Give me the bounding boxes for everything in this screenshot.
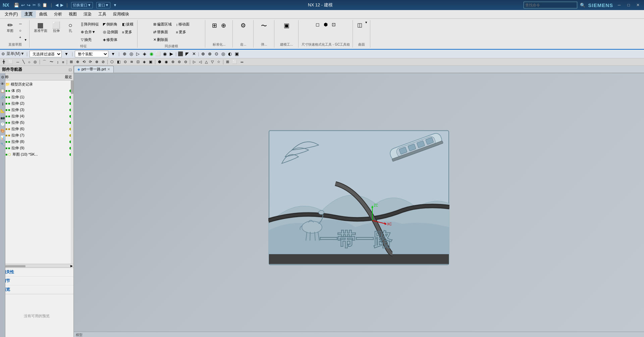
menu-analysis[interactable]: 分析 xyxy=(51,11,65,18)
nav-item-extrude1[interactable]: ■ ■ 拉伸 (1) xyxy=(0,94,73,100)
lv-assembly-icon[interactable]: 🔗 xyxy=(0,95,5,100)
lv-settings-icon[interactable]: ⚙ xyxy=(0,74,5,80)
scope-select[interactable]: 整个装配 xyxy=(75,51,108,57)
t2-btn-7[interactable]: ⌒ xyxy=(41,59,48,65)
cmd-icon-4[interactable]: ◈ xyxy=(142,51,148,57)
redo-icon[interactable]: ↪ xyxy=(27,3,31,8)
cmd-icon-1[interactable]: ⊕ xyxy=(121,51,127,57)
sketch-button[interactable]: ✏ 草图 xyxy=(3,21,17,34)
nav-hscroll[interactable]: ◀ ▶ xyxy=(0,264,73,268)
navigator-close-icon[interactable]: □ xyxy=(69,67,71,72)
t2-btn-14[interactable]: ⟳ xyxy=(88,59,93,65)
hscroll-track[interactable] xyxy=(4,265,70,267)
scope-dropdown[interactable]: ▼ xyxy=(110,51,116,57)
t2-btn-13[interactable]: ⟲ xyxy=(81,59,87,65)
t2-btn-8[interactable]: 〜 xyxy=(48,59,55,65)
cmd-icon-11[interactable]: ✕ xyxy=(191,51,197,57)
t2-btn-9[interactable]: ↕ xyxy=(55,59,60,65)
search-input[interactable] xyxy=(524,2,577,8)
dim-btn2[interactable]: ⬢ xyxy=(322,21,329,28)
t2-btn-24[interactable]: ⬢ xyxy=(157,59,163,65)
t2-btn-33[interactable]: ☆ xyxy=(216,59,222,65)
t2-btn-2[interactable]: ⬜ xyxy=(7,59,14,65)
search-icon[interactable]: 🔍 xyxy=(580,3,585,8)
t2-btn-19[interactable]: ⊙ xyxy=(122,59,128,65)
cmd-icon-2[interactable]: ◎ xyxy=(128,51,134,57)
maximize-button[interactable]: □ xyxy=(625,2,632,8)
chamfer-button[interactable]: ◤倒斜角 xyxy=(101,21,120,28)
menu-tools[interactable]: 工具 xyxy=(95,11,110,18)
nav-item-extrude5[interactable]: ■ ■ 拉伸 (5) xyxy=(0,119,73,126)
offset-region-button[interactable]: ⊞偏置区域 xyxy=(152,21,173,28)
replace-face-button[interactable]: ⇄替换面 xyxy=(152,29,173,36)
lv-tool-icon[interactable]: 🔧 xyxy=(0,142,5,147)
cmd-icon-17[interactable]: ▣ xyxy=(234,51,240,57)
t2-btn-30[interactable]: ◁ xyxy=(198,59,203,65)
t2-btn-36[interactable]: ═ xyxy=(239,59,245,65)
options-dropdown[interactable]: ▼ xyxy=(113,3,117,7)
cmd-icon-9[interactable]: ⬛ xyxy=(177,51,183,57)
forward-icon[interactable]: ▶ xyxy=(60,3,63,7)
lv-color-icon[interactable]: 🎨 xyxy=(0,128,5,133)
cmd-icon-14[interactable]: ⊙ xyxy=(214,51,220,57)
lv-camera-icon[interactable]: 📷 xyxy=(0,115,5,120)
preview-section[interactable]: 预览 xyxy=(0,285,73,294)
nav-item-extrude9[interactable]: ■ ■ 拉伸 (9) xyxy=(0,145,73,151)
circle-button[interactable]: ○ xyxy=(17,27,23,34)
sketch-expand[interactable]: ▼ xyxy=(24,38,27,42)
nav-item-extrude4[interactable]: ■ ■ 拉伸 (4) xyxy=(0,113,73,119)
merge-button[interactable]: ⊕合并▼ xyxy=(79,29,101,36)
dim-btn3[interactable]: ⊡ xyxy=(330,21,337,28)
surface-btn[interactable]: ◫ xyxy=(356,21,364,29)
shell-button[interactable]: ▽抽壳 xyxy=(79,36,101,43)
t2-btn-20[interactable]: ≋ xyxy=(129,59,135,65)
t2-btn-31[interactable]: △ xyxy=(204,59,209,65)
viewport[interactable]: ◈ prt一带一路.prt ✕ xyxy=(74,66,644,337)
surface-expand[interactable]: ▼ xyxy=(365,21,368,24)
nav-item-extrude8[interactable]: ■ ■ 拉伸 (8) xyxy=(0,138,73,145)
menu-view[interactable]: 视图 xyxy=(65,11,80,18)
t2-btn-22[interactable]: ◈ xyxy=(142,59,147,65)
nav-vscroll-thumb[interactable] xyxy=(71,80,73,94)
filter-select[interactable]: 无选择过滤器 xyxy=(30,51,62,57)
correlation-section[interactable]: 相关性 xyxy=(0,268,73,277)
nav-item-sketch10[interactable]: ■ ⬡ 草图 (10) *SK... xyxy=(0,151,73,158)
switch-window-btn[interactable]: 切换窗口▼ xyxy=(71,2,93,8)
viewport-tab-prt[interactable]: ◈ prt一带一路.prt ✕ xyxy=(74,66,114,73)
menu-modules[interactable]: 应用模块 xyxy=(110,11,132,18)
t2-btn-12[interactable]: ⊕ xyxy=(75,59,80,65)
t2-btn-11[interactable]: ⊞ xyxy=(68,59,74,65)
cmd-icon-10[interactable]: ◤ xyxy=(184,51,190,57)
minimize-button[interactable]: ─ xyxy=(616,2,623,8)
t2-btn-29[interactable]: ▷ xyxy=(192,59,197,65)
lv-info-icon[interactable]: ℹ xyxy=(0,101,5,107)
t2-btn-17[interactable]: ⬡ xyxy=(109,59,115,65)
cmd-icon-13[interactable]: ⊗ xyxy=(207,51,213,57)
model-btn[interactable]: ▣ xyxy=(282,21,291,30)
t2-btn-27[interactable]: ⊜ xyxy=(176,59,182,65)
t2-btn-34[interactable]: ⊞ xyxy=(225,59,230,65)
t2-btn-3[interactable]: ─ xyxy=(15,59,20,65)
t2-btn-28[interactable]: ⊝ xyxy=(183,59,189,65)
menu-home[interactable]: 主页 xyxy=(21,11,36,18)
lv-measure-icon[interactable]: 📐 xyxy=(0,108,5,113)
fillet-button[interactable]: ◎边倒圆 xyxy=(101,29,120,36)
t2-btn-4[interactable]: ╲ xyxy=(21,59,26,65)
cut-icon[interactable]: ✂ xyxy=(33,3,36,7)
nav-item-extrude6[interactable]: ■ ■ 拉伸 (6) xyxy=(0,126,73,132)
nav-item-extrude3[interactable]: ■ ■ 拉伸 (3) xyxy=(0,107,73,113)
nav-item-extrude2[interactable]: ■ ■ 拉伸 (2) xyxy=(0,100,73,107)
cmd-icon-6[interactable]: ⬜ xyxy=(155,51,161,57)
close-button[interactable]: ✕ xyxy=(635,2,641,8)
std-btn2[interactable]: ⊕ xyxy=(219,21,228,30)
cmd-icon-3[interactable]: ▷ xyxy=(135,51,141,57)
t2-btn-21[interactable]: ⊡ xyxy=(135,59,141,65)
t2-btn-15[interactable]: ⊗ xyxy=(94,59,100,65)
plus-button[interactable]: + xyxy=(17,34,23,40)
more-features-button[interactable]: ≡更多 xyxy=(120,29,135,36)
menu-curve[interactable]: 曲线 xyxy=(36,11,51,18)
menu-file[interactable]: 文件(F) xyxy=(1,11,21,18)
cmd-icon-5[interactable]: ◉ xyxy=(148,51,154,57)
settings-icon[interactable]: ⚙ xyxy=(1,52,5,56)
hscroll-right-icon[interactable]: ▶ xyxy=(70,264,73,268)
